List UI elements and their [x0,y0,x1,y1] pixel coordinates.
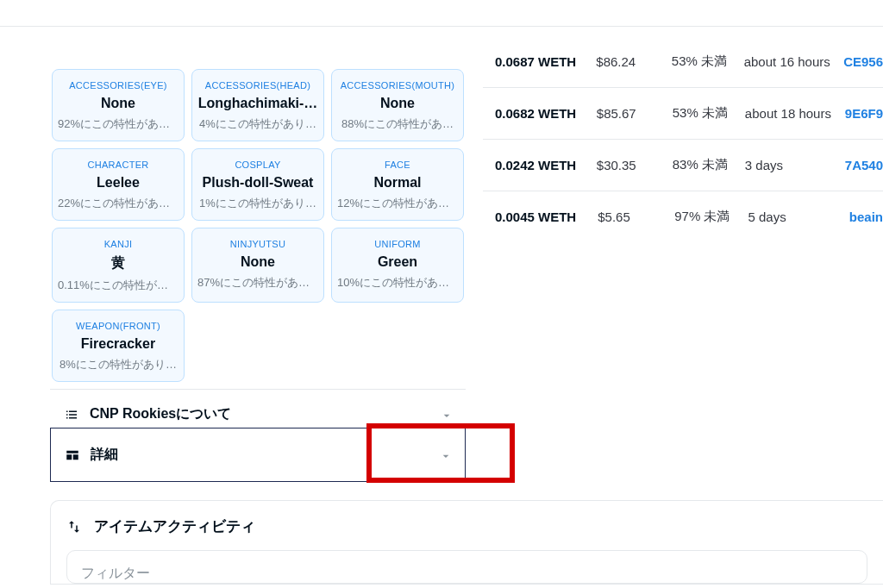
offer-usd: $5.65 [598,210,674,224]
trait-rarity: 88%にこの特性があ… [337,116,458,132]
trait-type: ACCESSORIES(EYE) [58,80,178,91]
list-icon [64,407,79,422]
trait-type: CHARACTER [58,160,178,170]
offer-floor-diff: 83% 未満 [673,157,745,173]
details-icon [65,447,80,463]
trait-rarity: 92%にこの特性があり… [58,116,178,132]
trait-type: NINJYUTSU [197,239,318,249]
trait-type: UNIFORM [337,239,458,249]
offer-price: 0.0687 WETH [495,54,596,69]
activity-header[interactable]: アイテムアクティビティ [51,501,883,550]
trait-value: Firecracker [58,336,178,352]
offer-row[interactable]: 0.0687 WETH $86.24 53% 未満 about 16 hours… [483,53,883,88]
trait-card[interactable]: KANJI 黄 0.11%にこの特性があ… [52,228,185,303]
offer-expiration: 5 days [748,210,849,224]
offer-expiration: 3 days [745,158,845,172]
trait-card[interactable]: UNIFORM Green 10%にこの特性があり… [331,228,464,303]
offer-from-link[interactable]: beain [849,210,883,224]
offer-from-link[interactable]: 9E6F9 [845,106,883,121]
offer-usd: $30.35 [597,158,673,172]
offer-row[interactable]: 0.0242 WETH $30.35 83% 未満 3 days 7A540 [483,140,883,191]
filter-placeholder: フィルター [81,566,150,580]
trait-type: FACE [337,160,458,170]
top-divider [0,26,883,27]
trait-card[interactable]: WEAPON(FRONT) Firecracker 8%にこの特性があり… [52,310,185,382]
trait-type: KANJI [58,239,178,249]
offer-price: 0.0045 WETH [495,210,598,224]
trait-value: Longhachimaki-… [197,96,318,111]
trait-rarity: 22%にこの特性があり… [58,196,178,211]
details-accordion[interactable]: 詳細 [50,428,466,482]
offer-from-link[interactable]: 7A540 [845,158,883,172]
trait-value: None [58,96,178,111]
offer-price: 0.0242 WETH [495,158,597,172]
trait-value: Normal [337,175,458,191]
trait-type: COSPLAY [197,160,318,170]
offer-price: 0.0682 WETH [495,106,597,121]
offer-usd: $85.67 [597,106,673,121]
offer-floor-diff: 53% 未満 [673,105,745,122]
trait-value: Green [337,254,458,270]
trait-rarity: 0.11%にこの特性があ… [58,278,178,293]
offer-floor-diff: 97% 未満 [674,209,748,225]
trait-card[interactable]: CHARACTER Leelee 22%にこの特性があり… [52,148,185,221]
trait-card[interactable]: COSPLAY Plush-doll-Sweat 1%にこの特性があり… [191,148,324,221]
trait-value: None [337,96,458,111]
trait-type: WEAPON(FRONT) [58,321,178,331]
activity-title: アイテムアクティビティ [94,516,255,536]
trait-rarity: 1%にこの特性があり… [197,196,318,211]
activity-filter[interactable]: フィルター [66,550,867,584]
trait-card[interactable]: FACE Normal 12%にこの特性があり… [331,148,464,221]
offer-expiration: about 18 hours [745,106,845,121]
trait-card[interactable]: ACCESSORIES(MOUTH) None 88%にこの特性があ… [331,69,464,141]
trait-type: ACCESSORIES(HEAD) [197,80,318,91]
offer-expiration: about 16 hours [744,54,843,69]
trait-rarity: 10%にこの特性があり… [337,275,458,291]
details-title: 詳細 [91,446,118,464]
trait-rarity: 8%にこの特性があり… [58,357,178,372]
trait-card[interactable]: NINJYUTSU None 87%にこの特性があり… [191,228,324,303]
offer-row[interactable]: 0.0045 WETH $5.65 97% 未満 5 days beain [483,191,883,225]
trait-value: Leelee [58,175,178,191]
trait-rarity: 87%にこの特性があり… [197,275,318,291]
trait-card[interactable]: ACCESSORIES(HEAD) Longhachimaki-… 4%にこの特… [191,69,324,141]
trait-value: 黄 [58,254,178,272]
trait-value: None [197,254,318,270]
trait-rarity: 4%にこの特性があり… [197,116,318,132]
traits-grid: ACCESSORIES(EYE) None 92%にこの特性があり… ACCES… [50,69,466,389]
offer-row[interactable]: 0.0682 WETH $85.67 53% 未満 about 18 hours… [483,88,883,140]
swap-vertical-icon [66,519,82,535]
properties-panel: ACCESSORIES(EYE) None 92%にこの特性があり… ACCES… [50,69,466,439]
offer-floor-diff: 53% 未満 [672,53,744,70]
item-activity-panel: アイテムアクティビティ フィルター [50,500,883,585]
trait-value: Plush-doll-Sweat [197,175,318,191]
offer-from-link[interactable]: CE956 [843,54,883,69]
offer-usd: $86.24 [596,54,672,69]
trait-type: ACCESSORIES(MOUTH) [337,80,458,91]
offers-table: 0.0687 WETH $86.24 53% 未満 about 16 hours… [483,53,883,225]
chevron-down-icon [439,449,451,461]
trait-card[interactable]: ACCESSORIES(EYE) None 92%にこの特性があり… [52,69,185,141]
trait-rarity: 12%にこの特性があり… [337,196,458,211]
about-title: CNP Rookiesについて [90,405,231,423]
chevron-down-icon [440,409,452,421]
